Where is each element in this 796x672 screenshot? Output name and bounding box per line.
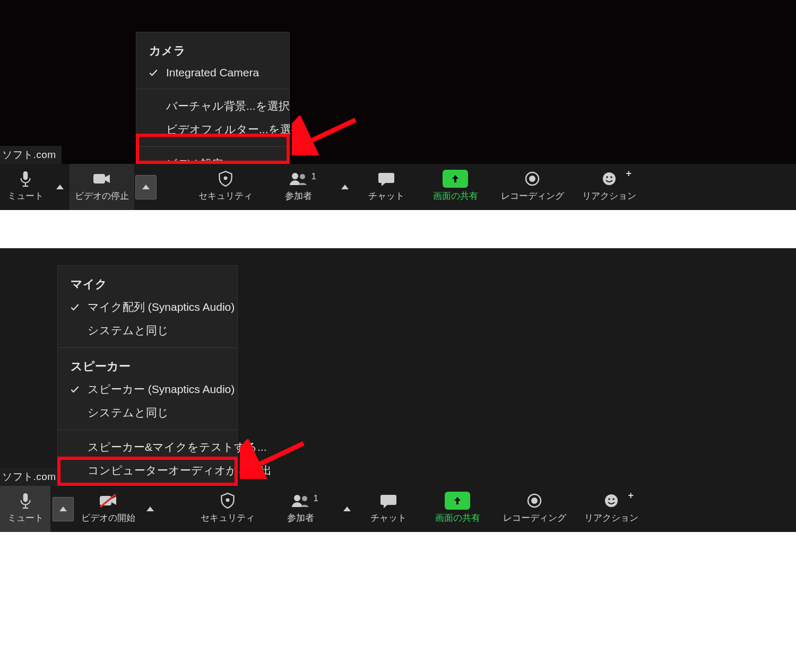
reactions-button[interactable]: + リアクション [574,486,648,532]
plus-icon: + [628,490,634,501]
check-icon [70,384,80,395]
svg-point-5 [223,176,227,180]
svg-point-24 [605,494,618,507]
toolbar-label: チャット [370,512,406,524]
toolbar-label: ビデオの停止 [75,190,129,202]
toolbar-label: ビデオの開始 [81,512,135,524]
security-button[interactable]: セキュリティ [189,164,261,210]
menu-item-label: マイク配列 (Synaptics Audio) [88,301,235,313]
toolbar-label: セキュリティ [201,512,255,524]
audio-options-caret[interactable] [50,486,76,532]
record-icon [527,493,542,509]
toolbar-label: リアクション [582,190,636,202]
participants-caret[interactable] [335,164,354,210]
meeting-toolbar: ミュート ビデオの開始 セキュリティ 1 参加者 [0,486,796,532]
smile-icon [602,171,617,187]
menu-header-mic: マイク [58,271,237,295]
caret-button-box [135,175,157,199]
plus-icon: + [626,168,631,179]
toolbar-spacer [160,486,192,532]
check-icon [70,302,80,312]
toolbar-label: 参加者 [285,190,312,202]
participants-caret[interactable] [338,486,357,532]
chevron-up-icon [56,185,64,189]
svg-point-21 [302,496,307,501]
meeting-toolbar: ミュート ビデオの停止 セキュリティ 1 参加者 [0,164,796,210]
toolbar-label: レコーディング [503,512,566,524]
chat-button[interactable]: チャット [357,486,420,532]
menu-item-label: システムと同じ [88,406,169,418]
zoom-window-video-menu: ソフト.com カメラ Integrated Camera バーチャル背景...… [0,0,796,210]
toolbar-label: ミュート [7,190,44,202]
svg-point-7 [300,174,305,179]
toolbar-label: リアクション [584,512,638,524]
svg-point-10 [603,172,616,185]
toolbar-label: レコーディング [501,190,564,202]
menu-item-speaker-synaptics[interactable]: スピーカー (Synaptics Audio) [58,378,237,401]
chat-button[interactable]: チャット [354,164,418,210]
svg-point-20 [294,495,300,501]
participants-icon [291,493,310,509]
audio-options-caret[interactable] [50,164,70,210]
menu-item-label: ビデオフィルター...を選択 [166,123,302,135]
svg-point-12 [610,176,612,178]
stop-video-button[interactable]: ビデオの停止 [70,164,134,210]
security-button[interactable]: セキュリティ [192,486,263,532]
toolbar-label: チャット [368,190,404,202]
svg-point-26 [612,498,615,500]
record-icon [525,171,540,187]
menu-item-test-audio[interactable]: スピーカー&マイクをテストする... [58,435,237,459]
participants-button[interactable]: 1 参加者 [261,164,335,210]
mute-button[interactable]: ミュート [0,486,50,532]
participants-icon [289,171,308,187]
menu-item-leave-audio[interactable]: コンピューターオーディオから退出 [58,459,237,482]
zoom-window-audio-menu: ソフト.com マイク マイク配列 (Synaptics Audio) システム… [0,248,796,532]
recording-button[interactable]: レコーディング [492,164,572,210]
menu-item-mic-array[interactable]: マイク配列 (Synaptics Audio) [58,295,237,319]
menu-header-camera: カメラ [136,38,289,62]
svg-point-9 [529,176,535,182]
menu-item-label: スピーカー&マイクをテストする... [88,441,267,453]
chat-icon [380,493,397,509]
watermark-label: ソフト.com [0,146,62,164]
toolbar-label: 画面の共有 [433,190,478,202]
menu-header-speaker: スピーカー [58,353,237,378]
reactions-button[interactable]: + リアクション [572,164,646,210]
mute-button[interactable]: ミュート [0,164,50,210]
share-screen-button[interactable]: 画面の共有 [418,164,492,210]
toolbar-label: 参加者 [287,512,314,524]
svg-rect-1 [23,171,28,180]
chevron-up-icon [341,185,349,189]
caret-button-box [53,497,74,521]
chevron-up-icon [59,507,67,511]
svg-line-0 [299,120,356,146]
chevron-up-icon [146,507,154,511]
svg-point-23 [531,498,538,504]
recording-button[interactable]: レコーディング [495,486,574,532]
participants-count: 1 [314,493,318,504]
menu-item-label: バーチャル背景...を選択 [166,100,290,112]
svg-rect-17 [100,496,111,505]
menu-item-video-filter[interactable]: ビデオフィルター...を選択 [136,118,289,141]
share-screen-button[interactable]: 画面の共有 [420,486,495,532]
menu-item-mic-system[interactable]: システムと同じ [58,319,237,342]
microphone-icon [19,171,32,187]
share-screen-icon [443,171,468,187]
smile-icon [604,493,619,509]
shield-icon [220,493,235,509]
participants-button[interactable]: 1 参加者 [263,486,338,532]
watermark-label: ソフト.com [0,468,62,486]
menu-item-speaker-system[interactable]: システムと同じ [58,401,237,424]
menu-item-label: スピーカー (Synaptics Audio) [88,383,235,395]
menu-item-virtual-background[interactable]: バーチャル背景...を選択 [136,94,289,118]
video-camera-icon [93,171,111,187]
toolbar-label: セキュリティ [198,190,253,202]
video-options-caret[interactable] [134,164,158,210]
share-screen-icon [445,493,470,509]
video-options-menu: カメラ Integrated Camera バーチャル背景...を選択 ビデオフ… [136,32,290,181]
microphone-icon [19,493,32,509]
chevron-up-icon [142,185,150,189]
start-video-button[interactable]: ビデオの開始 [76,486,141,532]
video-options-caret[interactable] [141,486,160,532]
menu-item-camera-integrated[interactable]: Integrated Camera [136,62,289,83]
